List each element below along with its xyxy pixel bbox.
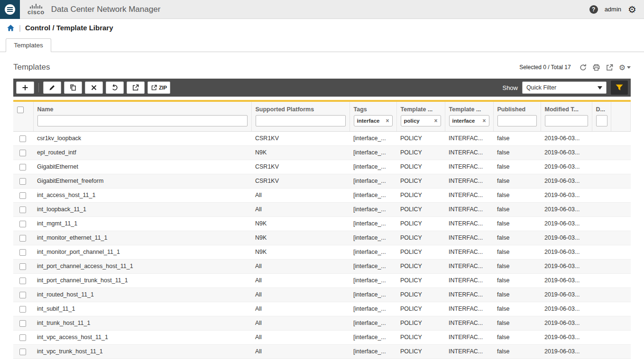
- home-icon[interactable]: [7, 24, 15, 32]
- row-name-cell[interactable]: GigabitEthernet: [33, 160, 251, 174]
- print-icon[interactable]: [592, 63, 600, 72]
- row-tags-cell: [interface_...: [350, 330, 396, 344]
- row-platforms-cell: N9K: [251, 216, 350, 231]
- d-filter-input[interactable]: [596, 115, 607, 126]
- row-name-cell[interactable]: int_access_host_11_1: [33, 188, 251, 202]
- export-zip-button[interactable]: ZIP: [147, 81, 170, 94]
- export-icon[interactable]: [606, 63, 614, 72]
- help-icon[interactable]: ?: [589, 5, 598, 14]
- topbar-right: ? admin ⚙: [589, 5, 644, 14]
- row-name-cell[interactable]: int_trunk_host_11_1: [33, 316, 251, 330]
- col-supported-platforms[interactable]: Supported Platforms: [251, 102, 350, 114]
- row-name-cell[interactable]: int_monitor_port_channel_11_1: [33, 245, 251, 259]
- platforms-filter-input[interactable]: [256, 115, 346, 126]
- row-checkbox[interactable]: [19, 221, 26, 227]
- breadcrumb-path: Control / Template Library: [25, 24, 113, 32]
- row-name-cell[interactable]: int_vpc_access_host_11_1: [33, 330, 251, 344]
- modified-filter-input[interactable]: [545, 115, 588, 126]
- row-checkbox[interactable]: [19, 206, 26, 213]
- selection-summary: Selected 0 / Total 17: [519, 64, 571, 71]
- col-template-subtype[interactable]: Template ...: [445, 102, 493, 114]
- row-template-type-cell: POLICY: [396, 174, 445, 188]
- row-checkbox[interactable]: [19, 334, 26, 341]
- chip-remove-icon[interactable]: ×: [482, 117, 486, 124]
- chip-remove-icon[interactable]: ×: [434, 117, 437, 124]
- export-template-button[interactable]: [127, 81, 145, 94]
- row-tags-cell: [interface_...: [350, 273, 396, 287]
- row-checkbox[interactable]: [19, 263, 26, 270]
- row-name-cell[interactable]: int_loopback_11_1: [33, 202, 251, 216]
- template-type-filter-chip[interactable]: policy ×: [401, 115, 441, 126]
- row-checkbox[interactable]: [19, 278, 26, 284]
- row-name-cell[interactable]: int_mgmt_11_1: [33, 216, 251, 231]
- col-published[interactable]: Published: [493, 102, 541, 114]
- tags-filter-chip[interactable]: interface ×: [354, 115, 393, 126]
- row-name-cell[interactable]: epl_routed_intf: [33, 145, 251, 160]
- select-all-checkbox[interactable]: [17, 107, 24, 113]
- chip-remove-icon[interactable]: ×: [386, 117, 389, 124]
- col-name[interactable]: Name: [33, 102, 251, 114]
- row-checkbox-cell: [13, 188, 33, 202]
- row-name-cell[interactable]: int_subif_11_1: [33, 302, 251, 316]
- table-settings-gear-icon[interactable]: ⚙: [619, 63, 631, 72]
- row-tags-cell: [interface_...: [350, 160, 396, 174]
- row-published-cell: false: [493, 131, 541, 145]
- published-filter-input[interactable]: [497, 115, 537, 126]
- refresh-icon[interactable]: [579, 63, 587, 72]
- tab-templates[interactable]: Templates: [6, 38, 51, 52]
- table-row: GigabitEthernetCSR1KV[interface_...POLIC…: [13, 160, 631, 174]
- row-published-cell: false: [493, 160, 541, 174]
- row-modified-cell: 2019-06-03...: [541, 245, 592, 259]
- row-checkbox[interactable]: [19, 192, 26, 199]
- filter-toggle-button[interactable]: [611, 81, 628, 95]
- row-name-cell[interactable]: int_monitor_ethernet_11_1: [33, 231, 251, 245]
- quick-filter-select[interactable]: Quick Filter: [522, 81, 607, 94]
- row-checkbox[interactable]: [19, 306, 26, 313]
- row-d-cell: [592, 259, 611, 273]
- row-name-cell[interactable]: int_vpc_trunk_host_11_1: [33, 344, 251, 359]
- table-row: int_access_host_11_1All[interface_...POL…: [13, 188, 631, 202]
- copy-template-button[interactable]: [64, 81, 82, 94]
- settings-gear-icon[interactable]: ⚙: [628, 5, 636, 14]
- table-row: int_vpc_trunk_host_11_1All[interface_...…: [13, 344, 631, 359]
- col-template-type[interactable]: Template ...: [396, 102, 445, 114]
- row-platforms-cell: All: [251, 287, 350, 302]
- row-tags-cell: [interface_...: [350, 202, 396, 216]
- pencil-icon: [48, 84, 56, 91]
- import-template-button[interactable]: [106, 81, 124, 94]
- row-modified-cell: 2019-06-03...: [541, 160, 592, 174]
- name-filter-input[interactable]: [37, 115, 248, 126]
- row-published-cell: false: [493, 259, 541, 273]
- row-checkbox[interactable]: [19, 178, 26, 185]
- user-menu[interactable]: admin: [605, 6, 621, 13]
- hamburger-menu-button[interactable]: [0, 0, 20, 19]
- row-name-cell[interactable]: int_port_channel_trunk_host_11_1: [33, 273, 251, 287]
- row-template-subtype-cell: INTERFAC...: [445, 344, 493, 359]
- row-checkbox[interactable]: [19, 249, 26, 256]
- row-checkbox[interactable]: [19, 292, 26, 298]
- row-d-cell: [592, 302, 611, 316]
- row-checkbox[interactable]: [19, 164, 26, 171]
- show-label: Show: [502, 84, 518, 91]
- section-header-actions: Selected 0 / Total 17 ⚙: [519, 63, 631, 72]
- col-modified[interactable]: Modified T...: [541, 102, 592, 114]
- row-template-subtype-cell: INTERFAC...: [445, 287, 493, 302]
- row-checkbox[interactable]: [19, 235, 26, 242]
- template-subtype-filter-chip[interactable]: interface ×: [449, 115, 489, 126]
- row-checkbox[interactable]: [19, 150, 26, 156]
- delete-template-button[interactable]: [85, 81, 103, 94]
- row-checkbox[interactable]: [19, 320, 26, 327]
- col-d[interactable]: D...: [592, 102, 611, 114]
- add-template-button[interactable]: [16, 81, 34, 94]
- row-platforms-cell: All: [251, 302, 350, 316]
- row-filler-cell: [611, 245, 631, 259]
- row-name-cell[interactable]: csr1kv_loopback: [33, 131, 251, 145]
- row-name-cell[interactable]: int_routed_host_11_1: [33, 287, 251, 302]
- row-name-cell[interactable]: int_port_channel_access_host_11_1: [33, 259, 251, 273]
- col-tags[interactable]: Tags: [350, 102, 396, 114]
- template-subtype-filter-chip-label: interface: [452, 118, 475, 124]
- edit-template-button[interactable]: [43, 81, 61, 94]
- row-checkbox[interactable]: [19, 349, 26, 355]
- row-name-cell[interactable]: GigabitEthernet_freeform: [33, 174, 251, 188]
- row-checkbox[interactable]: [19, 135, 26, 142]
